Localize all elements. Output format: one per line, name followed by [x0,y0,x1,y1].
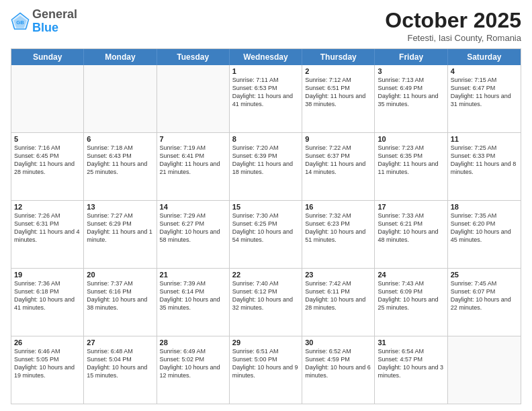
day-info: Sunrise: 7:37 AM Sunset: 6:16 PM Dayligh… [87,279,153,312]
day-info: Sunrise: 7:39 AM Sunset: 6:14 PM Dayligh… [160,279,226,312]
table-row: 23Sunrise: 7:42 AM Sunset: 6:11 PM Dayli… [302,269,375,336]
day-info: Sunrise: 7:35 AM Sunset: 6:20 PM Dayligh… [451,212,518,244]
day-info: Sunrise: 6:51 AM Sunset: 5:00 PM Dayligh… [232,347,299,380]
day-info: Sunrise: 6:52 AM Sunset: 4:59 PM Dayligh… [305,347,371,380]
table-row: 4Sunrise: 7:15 AM Sunset: 6:47 PM Daylig… [448,65,521,132]
logo-icon: GB [11,12,30,31]
day-info: Sunrise: 7:27 AM Sunset: 6:29 PM Dayligh… [87,212,153,244]
table-row [448,336,521,404]
table-row [11,65,84,132]
day-number: 27 [87,338,153,347]
table-row: 14Sunrise: 7:29 AM Sunset: 6:27 PM Dayli… [157,201,230,268]
table-row: 26Sunrise: 6:46 AM Sunset: 5:05 PM Dayli… [11,336,84,404]
table-row: 27Sunrise: 6:48 AM Sunset: 5:04 PM Dayli… [84,336,157,404]
day-number: 10 [378,135,444,143]
logo: GB General Blue [11,8,77,35]
header-day-thursday: Thursday [302,49,375,65]
day-number: 16 [305,203,371,211]
day-number: 28 [160,338,226,347]
day-info: Sunrise: 7:20 AM Sunset: 6:39 PM Dayligh… [232,144,299,177]
logo-text: General Blue [32,8,77,35]
table-row: 20Sunrise: 7:37 AM Sunset: 6:16 PM Dayli… [84,269,157,336]
table-row: 13Sunrise: 7:27 AM Sunset: 6:29 PM Dayli… [84,201,157,268]
calendar-week-5: 26Sunrise: 6:46 AM Sunset: 5:05 PM Dayli… [11,336,521,404]
day-info: Sunrise: 7:26 AM Sunset: 6:31 PM Dayligh… [14,212,81,244]
table-row: 19Sunrise: 7:36 AM Sunset: 6:18 PM Dayli… [11,269,84,336]
table-row: 7Sunrise: 7:19 AM Sunset: 6:41 PM Daylig… [157,133,230,200]
day-number: 14 [160,203,226,211]
day-info: Sunrise: 7:42 AM Sunset: 6:11 PM Dayligh… [305,279,371,312]
day-number: 20 [87,271,153,279]
calendar-week-3: 12Sunrise: 7:26 AM Sunset: 6:31 PM Dayli… [11,201,521,269]
day-number: 13 [87,203,153,211]
table-row: 24Sunrise: 7:43 AM Sunset: 6:09 PM Dayli… [375,269,447,336]
table-row: 30Sunrise: 6:52 AM Sunset: 4:59 PM Dayli… [302,336,375,404]
day-info: Sunrise: 7:11 AM Sunset: 6:53 PM Dayligh… [232,76,299,109]
table-row [84,65,157,132]
table-row: 2Sunrise: 7:12 AM Sunset: 6:51 PM Daylig… [302,65,375,132]
day-info: Sunrise: 7:22 AM Sunset: 6:37 PM Dayligh… [305,144,371,177]
svg-text:GB: GB [16,19,24,26]
day-info: Sunrise: 7:23 AM Sunset: 6:35 PM Dayligh… [378,144,444,177]
day-number: 5 [14,135,81,143]
day-info: Sunrise: 7:12 AM Sunset: 6:51 PM Dayligh… [305,76,371,109]
table-row: 21Sunrise: 7:39 AM Sunset: 6:14 PM Dayli… [157,269,230,336]
day-number: 17 [378,203,444,211]
table-row: 11Sunrise: 7:25 AM Sunset: 6:33 PM Dayli… [448,133,521,200]
calendar-week-2: 5Sunrise: 7:16 AM Sunset: 6:45 PM Daylig… [11,133,521,201]
location: Fetesti, Iasi County, Romania [385,33,521,43]
table-row: 22Sunrise: 7:40 AM Sunset: 6:12 PM Dayli… [230,269,302,336]
page: GB General Blue October 2025 Fetesti, Ia… [0,0,532,411]
calendar-week-4: 19Sunrise: 7:36 AM Sunset: 6:18 PM Dayli… [11,269,521,336]
day-info: Sunrise: 7:33 AM Sunset: 6:21 PM Dayligh… [378,212,444,244]
logo-blue-text: Blue [32,21,58,34]
day-number: 23 [305,271,371,279]
day-info: Sunrise: 7:45 AM Sunset: 6:07 PM Dayligh… [451,279,518,312]
day-info: Sunrise: 7:32 AM Sunset: 6:23 PM Dayligh… [305,212,371,244]
table-row: 1Sunrise: 7:11 AM Sunset: 6:53 PM Daylig… [230,65,302,132]
table-row [157,65,230,132]
day-info: Sunrise: 7:13 AM Sunset: 6:49 PM Dayligh… [378,76,444,109]
day-info: Sunrise: 7:25 AM Sunset: 6:33 PM Dayligh… [451,144,518,177]
day-number: 15 [232,203,299,211]
day-number: 18 [451,203,518,211]
logo-general-text: General [32,7,77,21]
day-info: Sunrise: 7:19 AM Sunset: 6:41 PM Dayligh… [160,144,226,177]
header-day-wednesday: Wednesday [230,49,302,65]
day-number: 19 [14,271,81,279]
table-row: 10Sunrise: 7:23 AM Sunset: 6:35 PM Dayli… [375,133,447,200]
day-info: Sunrise: 6:46 AM Sunset: 5:05 PM Dayligh… [14,347,81,380]
day-info: Sunrise: 6:49 AM Sunset: 5:02 PM Dayligh… [160,347,226,380]
day-number: 2 [305,67,371,75]
table-row: 3Sunrise: 7:13 AM Sunset: 6:49 PM Daylig… [375,65,447,132]
day-number: 11 [451,135,518,143]
day-info: Sunrise: 6:48 AM Sunset: 5:04 PM Dayligh… [87,347,153,380]
table-row: 28Sunrise: 6:49 AM Sunset: 5:02 PM Dayli… [157,336,230,404]
calendar-header: SundayMondayTuesdayWednesdayThursdayFrid… [11,49,521,65]
day-number: 21 [160,271,226,279]
table-row: 9Sunrise: 7:22 AM Sunset: 6:37 PM Daylig… [302,133,375,200]
day-number: 24 [378,271,444,279]
day-number: 22 [232,271,299,279]
table-row: 12Sunrise: 7:26 AM Sunset: 6:31 PM Dayli… [11,201,84,268]
day-info: Sunrise: 7:30 AM Sunset: 6:25 PM Dayligh… [232,212,299,244]
header: GB General Blue October 2025 Fetesti, Ia… [11,8,521,43]
table-row: 8Sunrise: 7:20 AM Sunset: 6:39 PM Daylig… [230,133,302,200]
table-row: 29Sunrise: 6:51 AM Sunset: 5:00 PM Dayli… [230,336,302,404]
header-day-sunday: Sunday [11,49,84,65]
day-info: Sunrise: 7:29 AM Sunset: 6:27 PM Dayligh… [160,212,226,244]
calendar-week-1: 1Sunrise: 7:11 AM Sunset: 6:53 PM Daylig… [11,65,521,133]
day-number: 29 [232,338,299,347]
table-row: 18Sunrise: 7:35 AM Sunset: 6:20 PM Dayli… [448,201,521,268]
table-row: 5Sunrise: 7:16 AM Sunset: 6:45 PM Daylig… [11,133,84,200]
day-info: Sunrise: 7:40 AM Sunset: 6:12 PM Dayligh… [232,279,299,312]
table-row: 31Sunrise: 6:54 AM Sunset: 4:57 PM Dayli… [375,336,447,404]
day-info: Sunrise: 7:36 AM Sunset: 6:18 PM Dayligh… [14,279,81,312]
day-number: 7 [160,135,226,143]
day-info: Sunrise: 7:18 AM Sunset: 6:43 PM Dayligh… [87,144,153,177]
table-row: 16Sunrise: 7:32 AM Sunset: 6:23 PM Dayli… [302,201,375,268]
day-number: 12 [14,203,81,211]
calendar: SundayMondayTuesdayWednesdayThursdayFrid… [11,48,521,404]
day-info: Sunrise: 7:43 AM Sunset: 6:09 PM Dayligh… [378,279,444,312]
day-info: Sunrise: 7:15 AM Sunset: 6:47 PM Dayligh… [451,76,518,109]
